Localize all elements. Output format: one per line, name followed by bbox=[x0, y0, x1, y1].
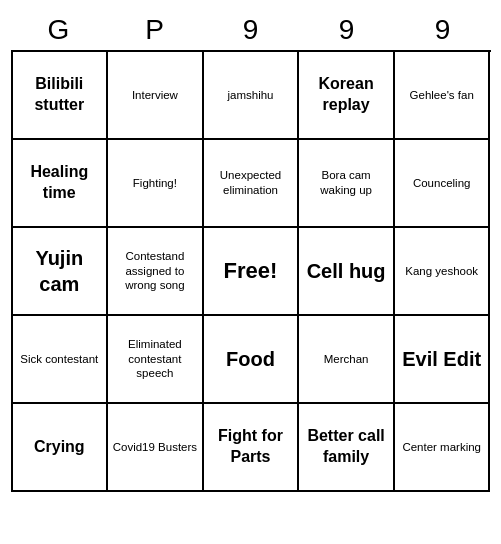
bingo-card: GP999 Bilibili stutterInterviewjamshihuK… bbox=[11, 10, 491, 492]
cell-0: Bilibili stutter bbox=[13, 52, 109, 140]
header-col-2: 9 bbox=[203, 10, 299, 50]
bingo-grid: Bilibili stutterInterviewjamshihuKorean … bbox=[11, 50, 491, 492]
cell-14: Kang yeshook bbox=[395, 228, 491, 316]
cell-20: Crying bbox=[13, 404, 109, 492]
header-col-1: P bbox=[107, 10, 203, 50]
header-col-3: 9 bbox=[299, 10, 395, 50]
cell-6: Fighting! bbox=[108, 140, 204, 228]
cell-13: Cell hug bbox=[299, 228, 395, 316]
cell-2: jamshihu bbox=[204, 52, 300, 140]
cell-8: Bora cam waking up bbox=[299, 140, 395, 228]
cell-10: Yujin cam bbox=[13, 228, 109, 316]
header-col-4: 9 bbox=[395, 10, 491, 50]
cell-17: Food bbox=[204, 316, 300, 404]
cell-11: Contestand assigned to wrong song bbox=[108, 228, 204, 316]
cell-24: Center marking bbox=[395, 404, 491, 492]
cell-19: Evil Edit bbox=[395, 316, 491, 404]
cell-12: Free! bbox=[204, 228, 300, 316]
cell-1: Interview bbox=[108, 52, 204, 140]
cell-9: Counceling bbox=[395, 140, 491, 228]
header-col-0: G bbox=[11, 10, 107, 50]
header-row: GP999 bbox=[11, 10, 491, 50]
cell-23: Better call family bbox=[299, 404, 395, 492]
cell-4: Gehlee's fan bbox=[395, 52, 491, 140]
cell-3: Korean replay bbox=[299, 52, 395, 140]
cell-15: Sick contestant bbox=[13, 316, 109, 404]
cell-22: Fight for Parts bbox=[204, 404, 300, 492]
cell-5: Healing time bbox=[13, 140, 109, 228]
cell-7: Unexpected elimination bbox=[204, 140, 300, 228]
cell-18: Merchan bbox=[299, 316, 395, 404]
cell-16: Eliminated contestant speech bbox=[108, 316, 204, 404]
cell-21: Covid19 Busters bbox=[108, 404, 204, 492]
